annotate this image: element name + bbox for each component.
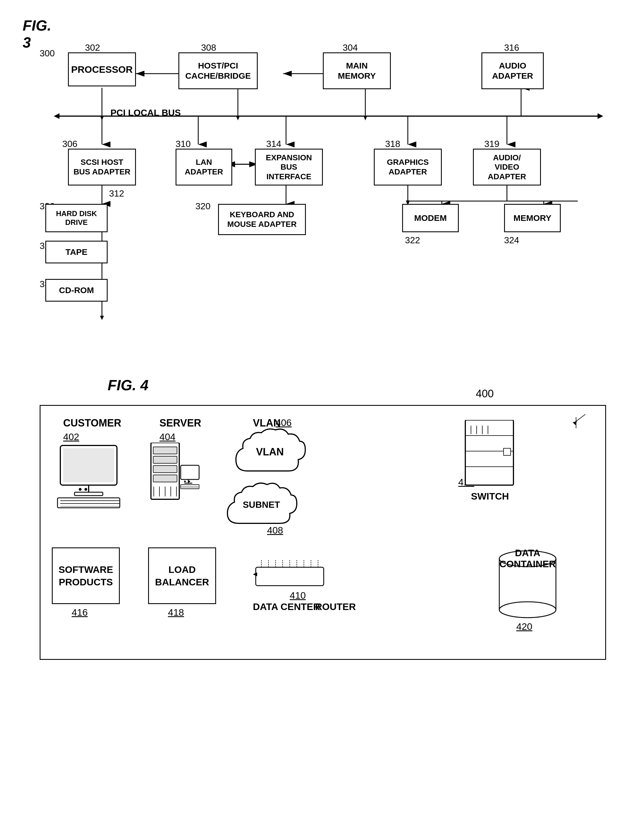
bus-label: PCI LOCAL BUS — [110, 107, 181, 118]
svg-rect-43 — [75, 492, 103, 495]
ref-302: 302 — [85, 43, 100, 53]
svg-marker-14 — [363, 115, 367, 120]
ref-418: 418 — [168, 607, 184, 618]
ref-410: 410 — [290, 590, 306, 601]
box-software: SOFTWARE PRODUCTS — [52, 548, 120, 604]
box-lan: LAN ADAPTER — [176, 149, 232, 186]
ref-319: 319 — [484, 139, 499, 149]
ref-300: 300 — [40, 48, 55, 58]
fig3-container: FIG. 3 — [23, 17, 621, 348]
ref-416: 416 — [72, 607, 88, 618]
ref-router-label: ROUTER — [315, 601, 356, 612]
svg-text:VLAN: VLAN — [256, 446, 284, 458]
svg-marker-18 — [100, 115, 104, 120]
box-memory: MEMORY — [504, 204, 561, 232]
svg-rect-51 — [153, 447, 177, 454]
svg-rect-52 — [153, 456, 177, 463]
ref-402-label: CUSTOMER — [63, 417, 121, 429]
fig3-diagram: 300 302 PROCESSOR 308 HOST/PCI CACHE/BRI… — [40, 37, 606, 348]
box-load-balancer: LOAD BALANCER — [148, 548, 216, 604]
svg-rect-60 — [181, 465, 199, 480]
svg-point-64 — [188, 481, 190, 482]
box-cdrom: CD-ROM — [45, 279, 107, 302]
svg-marker-8 — [54, 113, 60, 119]
ref-404-label: SERVER — [159, 417, 201, 429]
ref-308: 308 — [201, 43, 216, 53]
data-container-label: DATA CONTAINER — [499, 548, 556, 569]
svg-point-44 — [79, 488, 81, 491]
box-audio-adapter: AUDIO ADAPTER — [481, 52, 544, 89]
ref-400: 400 — [476, 388, 494, 400]
ref-318: 318 — [385, 139, 400, 149]
box-expansion: EXPANSION BUS INTERFACE — [255, 149, 323, 186]
svg-marker-16 — [236, 115, 240, 120]
ref-312: 312 — [109, 188, 124, 199]
svg-marker-94 — [573, 422, 577, 425]
ref-404: 404 — [159, 431, 176, 442]
box-main-memory: MAIN MEMORY — [323, 52, 391, 89]
box-processor: PROCESSOR — [68, 52, 136, 86]
svg-point-45 — [84, 488, 87, 491]
ref-320: 320 — [195, 201, 210, 212]
box-modem: MODEM — [402, 204, 459, 232]
svg-point-92 — [499, 602, 556, 618]
ref-412-label: SWITCH — [471, 491, 509, 502]
svg-text:SUBNET: SUBNET — [243, 500, 280, 510]
svg-line-93 — [574, 414, 586, 423]
box-host-pci: HOST/PCI CACHE/BRIDGE — [178, 52, 258, 89]
svg-marker-89 — [253, 572, 257, 576]
svg-rect-41 — [63, 448, 114, 482]
box-tape: TAPE — [45, 241, 107, 263]
ref-420: 420 — [516, 621, 532, 632]
ref-322: 322 — [405, 235, 420, 245]
ref-324: 324 — [504, 235, 519, 245]
ref-402: 402 — [63, 431, 79, 442]
svg-rect-74 — [503, 448, 511, 456]
fig4-diagram: CUSTOMER 402 SERVER 404 — [40, 405, 606, 660]
svg-rect-54 — [153, 475, 177, 482]
ref-306: 306 — [62, 139, 77, 149]
ref-304: 304 — [343, 43, 358, 53]
ref-310: 310 — [176, 139, 190, 149]
svg-rect-53 — [153, 466, 177, 472]
svg-rect-65 — [181, 485, 199, 489]
box-keyboard: KEYBOARD AND MOUSE ADAPTER — [218, 204, 306, 235]
ref-data-center-label: DATA CENTER — [253, 601, 320, 612]
svg-marker-9 — [598, 113, 603, 119]
box-scsi: SCSI HOST BUS ADAPTER — [68, 149, 136, 186]
box-hard-disk: HARD DISK DRIVE — [45, 204, 107, 232]
fig4-label: FIG. 4 — [107, 377, 149, 394]
box-audio-video: AUDIO/ VIDEO ADAPTER — [473, 149, 541, 186]
ref-314: 314 — [266, 139, 281, 149]
ref-316: 316 — [504, 43, 519, 53]
svg-marker-29 — [100, 316, 104, 320]
box-graphics: GRAPHICS ADAPTER — [374, 149, 442, 186]
svg-rect-79 — [256, 567, 324, 586]
fig4-container: FIG. 4 400 CUSTOMER 402 — [23, 377, 621, 660]
svg-point-63 — [184, 481, 186, 482]
